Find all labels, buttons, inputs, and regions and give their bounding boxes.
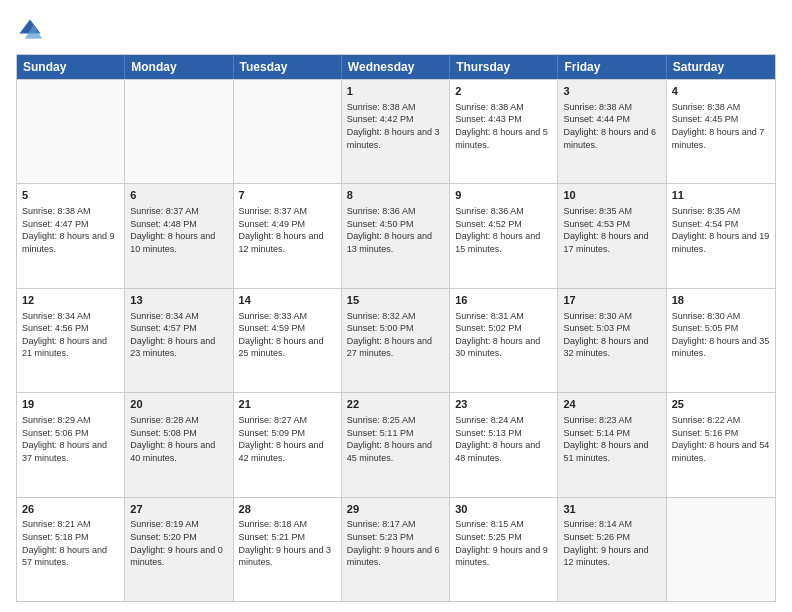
cell-info: Sunrise: 8:18 AM Sunset: 5:21 PM Dayligh… [239, 518, 336, 568]
calendar-cell: 17Sunrise: 8:30 AM Sunset: 5:03 PM Dayli… [558, 289, 666, 392]
calendar-cell: 23Sunrise: 8:24 AM Sunset: 5:13 PM Dayli… [450, 393, 558, 496]
calendar-cell: 22Sunrise: 8:25 AM Sunset: 5:11 PM Dayli… [342, 393, 450, 496]
calendar-week: 12Sunrise: 8:34 AM Sunset: 4:56 PM Dayli… [17, 288, 775, 392]
day-number: 23 [455, 397, 552, 412]
day-number: 26 [22, 502, 119, 517]
calendar-cell: 25Sunrise: 8:22 AM Sunset: 5:16 PM Dayli… [667, 393, 775, 496]
day-number: 7 [239, 188, 336, 203]
cell-info: Sunrise: 8:37 AM Sunset: 4:49 PM Dayligh… [239, 205, 336, 255]
calendar-cell: 9Sunrise: 8:36 AM Sunset: 4:52 PM Daylig… [450, 184, 558, 287]
day-number: 10 [563, 188, 660, 203]
calendar-cell: 12Sunrise: 8:34 AM Sunset: 4:56 PM Dayli… [17, 289, 125, 392]
day-number: 22 [347, 397, 444, 412]
day-number: 3 [563, 84, 660, 99]
day-number: 31 [563, 502, 660, 517]
cell-info: Sunrise: 8:28 AM Sunset: 5:08 PM Dayligh… [130, 414, 227, 464]
cell-info: Sunrise: 8:30 AM Sunset: 5:03 PM Dayligh… [563, 310, 660, 360]
calendar-cell: 27Sunrise: 8:19 AM Sunset: 5:20 PM Dayli… [125, 498, 233, 601]
cell-info: Sunrise: 8:38 AM Sunset: 4:42 PM Dayligh… [347, 101, 444, 151]
cell-info: Sunrise: 8:31 AM Sunset: 5:02 PM Dayligh… [455, 310, 552, 360]
cell-info: Sunrise: 8:38 AM Sunset: 4:47 PM Dayligh… [22, 205, 119, 255]
cell-info: Sunrise: 8:38 AM Sunset: 4:45 PM Dayligh… [672, 101, 770, 151]
calendar: SundayMondayTuesdayWednesdayThursdayFrid… [16, 54, 776, 602]
calendar-week: 26Sunrise: 8:21 AM Sunset: 5:18 PM Dayli… [17, 497, 775, 601]
cell-info: Sunrise: 8:14 AM Sunset: 5:26 PM Dayligh… [563, 518, 660, 568]
calendar-cell: 5Sunrise: 8:38 AM Sunset: 4:47 PM Daylig… [17, 184, 125, 287]
day-number: 8 [347, 188, 444, 203]
day-number: 16 [455, 293, 552, 308]
cell-info: Sunrise: 8:23 AM Sunset: 5:14 PM Dayligh… [563, 414, 660, 464]
cal-header-day: Wednesday [342, 55, 450, 79]
cal-header-day: Sunday [17, 55, 125, 79]
calendar-week: 19Sunrise: 8:29 AM Sunset: 5:06 PM Dayli… [17, 392, 775, 496]
calendar-cell: 18Sunrise: 8:30 AM Sunset: 5:05 PM Dayli… [667, 289, 775, 392]
cell-info: Sunrise: 8:15 AM Sunset: 5:25 PM Dayligh… [455, 518, 552, 568]
day-number: 9 [455, 188, 552, 203]
cal-header-day: Thursday [450, 55, 558, 79]
calendar-week: 5Sunrise: 8:38 AM Sunset: 4:47 PM Daylig… [17, 183, 775, 287]
cell-info: Sunrise: 8:24 AM Sunset: 5:13 PM Dayligh… [455, 414, 552, 464]
cell-info: Sunrise: 8:17 AM Sunset: 5:23 PM Dayligh… [347, 518, 444, 568]
cell-info: Sunrise: 8:29 AM Sunset: 5:06 PM Dayligh… [22, 414, 119, 464]
cell-info: Sunrise: 8:37 AM Sunset: 4:48 PM Dayligh… [130, 205, 227, 255]
cell-info: Sunrise: 8:38 AM Sunset: 4:44 PM Dayligh… [563, 101, 660, 151]
day-number: 20 [130, 397, 227, 412]
cell-info: Sunrise: 8:33 AM Sunset: 4:59 PM Dayligh… [239, 310, 336, 360]
cell-info: Sunrise: 8:30 AM Sunset: 5:05 PM Dayligh… [672, 310, 770, 360]
cell-info: Sunrise: 8:25 AM Sunset: 5:11 PM Dayligh… [347, 414, 444, 464]
page: SundayMondayTuesdayWednesdayThursdayFrid… [0, 0, 792, 612]
calendar-cell: 16Sunrise: 8:31 AM Sunset: 5:02 PM Dayli… [450, 289, 558, 392]
day-number: 19 [22, 397, 119, 412]
cal-header-day: Friday [558, 55, 666, 79]
calendar-cell: 15Sunrise: 8:32 AM Sunset: 5:00 PM Dayli… [342, 289, 450, 392]
day-number: 29 [347, 502, 444, 517]
calendar-cell: 19Sunrise: 8:29 AM Sunset: 5:06 PM Dayli… [17, 393, 125, 496]
calendar-cell: 26Sunrise: 8:21 AM Sunset: 5:18 PM Dayli… [17, 498, 125, 601]
cell-info: Sunrise: 8:34 AM Sunset: 4:57 PM Dayligh… [130, 310, 227, 360]
day-number: 25 [672, 397, 770, 412]
day-number: 13 [130, 293, 227, 308]
calendar-body: 1Sunrise: 8:38 AM Sunset: 4:42 PM Daylig… [17, 79, 775, 601]
calendar-cell: 3Sunrise: 8:38 AM Sunset: 4:44 PM Daylig… [558, 80, 666, 183]
calendar-cell: 8Sunrise: 8:36 AM Sunset: 4:50 PM Daylig… [342, 184, 450, 287]
day-number: 1 [347, 84, 444, 99]
day-number: 6 [130, 188, 227, 203]
cell-info: Sunrise: 8:35 AM Sunset: 4:54 PM Dayligh… [672, 205, 770, 255]
day-number: 14 [239, 293, 336, 308]
calendar-cell: 24Sunrise: 8:23 AM Sunset: 5:14 PM Dayli… [558, 393, 666, 496]
calendar-header: SundayMondayTuesdayWednesdayThursdayFrid… [17, 55, 775, 79]
calendar-week: 1Sunrise: 8:38 AM Sunset: 4:42 PM Daylig… [17, 79, 775, 183]
cell-info: Sunrise: 8:36 AM Sunset: 4:50 PM Dayligh… [347, 205, 444, 255]
calendar-cell: 21Sunrise: 8:27 AM Sunset: 5:09 PM Dayli… [234, 393, 342, 496]
calendar-cell [667, 498, 775, 601]
day-number: 24 [563, 397, 660, 412]
calendar-cell: 2Sunrise: 8:38 AM Sunset: 4:43 PM Daylig… [450, 80, 558, 183]
calendar-cell: 13Sunrise: 8:34 AM Sunset: 4:57 PM Dayli… [125, 289, 233, 392]
day-number: 2 [455, 84, 552, 99]
day-number: 28 [239, 502, 336, 517]
day-number: 12 [22, 293, 119, 308]
calendar-cell: 14Sunrise: 8:33 AM Sunset: 4:59 PM Dayli… [234, 289, 342, 392]
calendar-cell: 20Sunrise: 8:28 AM Sunset: 5:08 PM Dayli… [125, 393, 233, 496]
cell-info: Sunrise: 8:27 AM Sunset: 5:09 PM Dayligh… [239, 414, 336, 464]
logo [16, 16, 48, 44]
calendar-cell: 4Sunrise: 8:38 AM Sunset: 4:45 PM Daylig… [667, 80, 775, 183]
calendar-cell: 11Sunrise: 8:35 AM Sunset: 4:54 PM Dayli… [667, 184, 775, 287]
day-number: 5 [22, 188, 119, 203]
cell-info: Sunrise: 8:32 AM Sunset: 5:00 PM Dayligh… [347, 310, 444, 360]
calendar-cell: 1Sunrise: 8:38 AM Sunset: 4:42 PM Daylig… [342, 80, 450, 183]
cell-info: Sunrise: 8:34 AM Sunset: 4:56 PM Dayligh… [22, 310, 119, 360]
calendar-cell: 31Sunrise: 8:14 AM Sunset: 5:26 PM Dayli… [558, 498, 666, 601]
calendar-cell: 6Sunrise: 8:37 AM Sunset: 4:48 PM Daylig… [125, 184, 233, 287]
cell-info: Sunrise: 8:35 AM Sunset: 4:53 PM Dayligh… [563, 205, 660, 255]
day-number: 27 [130, 502, 227, 517]
calendar-cell: 29Sunrise: 8:17 AM Sunset: 5:23 PM Dayli… [342, 498, 450, 601]
cal-header-day: Tuesday [234, 55, 342, 79]
calendar-cell [125, 80, 233, 183]
cal-header-day: Saturday [667, 55, 775, 79]
cell-info: Sunrise: 8:22 AM Sunset: 5:16 PM Dayligh… [672, 414, 770, 464]
day-number: 21 [239, 397, 336, 412]
calendar-cell [17, 80, 125, 183]
day-number: 30 [455, 502, 552, 517]
day-number: 18 [672, 293, 770, 308]
